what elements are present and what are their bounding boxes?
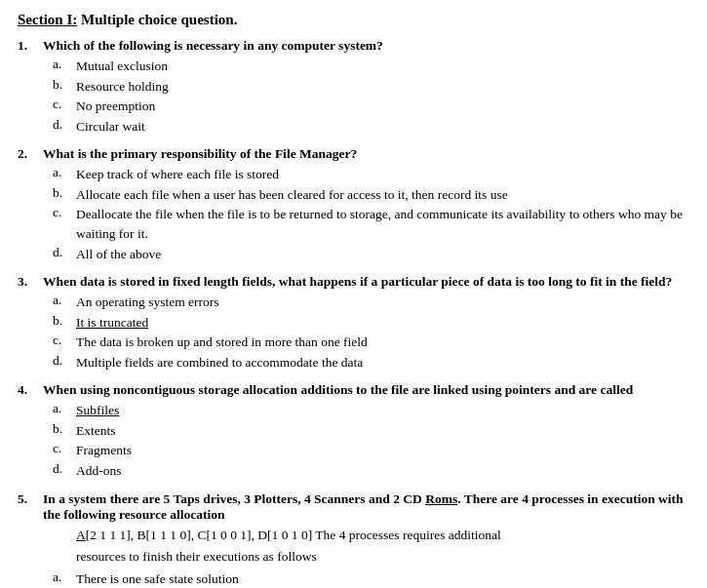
answer-label-1d: d.	[53, 117, 76, 133]
answer-label-4c: c.	[53, 441, 76, 456]
question-body-1: Which of the following is necessary in a…	[43, 38, 689, 137]
section-title: Multiple choice question.	[77, 12, 237, 27]
answer-item-1c: c. No preemption	[53, 97, 689, 116]
answer-item-4a: a. Subfiles	[53, 401, 689, 420]
answer-label-4b: b.	[53, 421, 76, 437]
answer-item-3a: a. An operating system errors	[53, 293, 689, 312]
answer-label-3b: b.	[53, 313, 76, 329]
question-body-2: What is the primary responsibility of th…	[43, 146, 689, 264]
resource-note-line2: resources to finish their executions as …	[76, 547, 689, 567]
answer-item-4c: c. Fragments	[53, 441, 689, 460]
question-item-3: 3. When data is stored in fixed length f…	[18, 274, 689, 372]
question-item-5: 5. In a system there are 5 Taps drives, …	[18, 491, 689, 588]
answer-text-2c: Deallocate the file when the file is to …	[76, 205, 689, 243]
question-num-4: 4.	[18, 382, 43, 481]
answer-label-5a: a.	[53, 569, 76, 585]
answer-text-2a: Keep track of where each file is stored	[76, 165, 279, 184]
question-text-4: When using noncontiguous storage allocat…	[43, 382, 689, 398]
answer-list-3: a. An operating system errors b. It is t…	[53, 293, 689, 372]
answer-label-3c: c.	[53, 333, 76, 348]
answer-label-4d: d.	[53, 461, 76, 477]
answer-text-1d: Circular wait	[76, 117, 145, 137]
answer-item-4b: b. Extents	[53, 421, 689, 441]
answer-label-4a: a.	[53, 401, 76, 416]
answer-item-1a: a. Mutual exclusion	[53, 57, 689, 76]
answer-text-2b: Allocate each file when a user has been …	[76, 185, 508, 205]
answer-list-2: a. Keep track of where each file is stor…	[53, 165, 689, 263]
answer-label-1c: c.	[53, 97, 76, 112]
section-header: Section I: Multiple choice question.	[18, 12, 689, 28]
answer-label-3d: d.	[53, 353, 76, 369]
answer-label-1a: a.	[53, 57, 76, 72]
answer-text-3b: It is truncated	[76, 313, 148, 333]
question-num-1: 1.	[18, 38, 43, 137]
answer-item-2c: c. Deallocate the file when the file is …	[53, 205, 689, 243]
answer-label-1b: b.	[53, 77, 76, 93]
answer-item-3d: d. Multiple fields are combined to accom…	[53, 353, 689, 372]
answer-text-1a: Mutual exclusion	[76, 57, 168, 76]
question-body-5: In a system there are 5 Taps drives, 3 P…	[43, 491, 689, 588]
question-text-5: In a system there are 5 Taps drives, 3 P…	[43, 491, 689, 523]
answer-label-2a: a.	[53, 165, 76, 180]
answer-text-1c: No preemption	[76, 97, 155, 116]
question-text-3: When data is stored in fixed length fiel…	[43, 274, 689, 290]
answer-text-5a: There is one safe state solution	[76, 569, 239, 588]
question-num-3: 3.	[18, 274, 43, 372]
answer-list-5: a. There is one safe state solution b. T…	[53, 569, 689, 588]
question-item-2: 2. What is the primary responsibility of…	[18, 146, 689, 264]
question-item-1: 1. Which of the following is necessary i…	[18, 38, 689, 137]
question-body-3: When data is stored in fixed length fiel…	[43, 274, 689, 372]
answer-item-3b: b. It is truncated	[53, 313, 689, 333]
question-body-4: When using noncontiguous storage allocat…	[43, 382, 689, 481]
answer-item-1b: b. Resource holding	[53, 77, 689, 97]
answer-item-2b: b. Allocate each file when a user has be…	[53, 185, 689, 205]
answer-text-1b: Resource holding	[76, 77, 169, 97]
question-text-1: Which of the following is necessary in a…	[43, 38, 689, 54]
answer-list-1: a. Mutual exclusion b. Resource holding …	[53, 57, 689, 136]
answer-item-4d: d. Add-ons	[53, 461, 689, 481]
section-label: Section I:	[18, 12, 77, 27]
answer-item-2d: d. All of the above	[53, 245, 689, 264]
answer-item-5a: a. There is one safe state solution	[53, 569, 689, 588]
question-num-5: 5.	[18, 491, 43, 588]
answer-text-4a: Subfiles	[76, 401, 119, 420]
question-num-2: 2.	[18, 146, 43, 264]
question-list: 1. Which of the following is necessary i…	[18, 38, 689, 588]
resource-note-line1: A[2 1 1 1], B[1 1 1 0], C[1 0 0 1], D[1 …	[76, 526, 689, 545]
answer-text-2d: All of the above	[76, 245, 161, 264]
answer-text-3a: An operating system errors	[76, 293, 219, 312]
answer-item-2a: a. Keep track of where each file is stor…	[53, 165, 689, 184]
question-text-2: What is the primary responsibility of th…	[43, 146, 689, 162]
answer-label-2b: b.	[53, 185, 76, 201]
answer-text-3c: The data is broken up and stored in more…	[76, 333, 368, 352]
answer-item-3c: c. The data is broken up and stored in m…	[53, 333, 689, 352]
answer-label-2c: c.	[53, 205, 76, 220]
answer-text-4d: Add-ons	[76, 461, 122, 481]
answer-text-3d: Multiple fields are combined to accommod…	[76, 353, 363, 372]
answer-item-1d: d. Circular wait	[53, 117, 689, 137]
answer-list-4: a. Subfiles b. Extents c. Fragments d. A…	[53, 401, 689, 480]
answer-label-3a: a.	[53, 293, 76, 308]
answer-text-4b: Extents	[76, 421, 116, 441]
question-item-4: 4. When using noncontiguous storage allo…	[18, 382, 689, 481]
answer-label-2d: d.	[53, 245, 76, 260]
answer-text-4c: Fragments	[76, 441, 132, 460]
